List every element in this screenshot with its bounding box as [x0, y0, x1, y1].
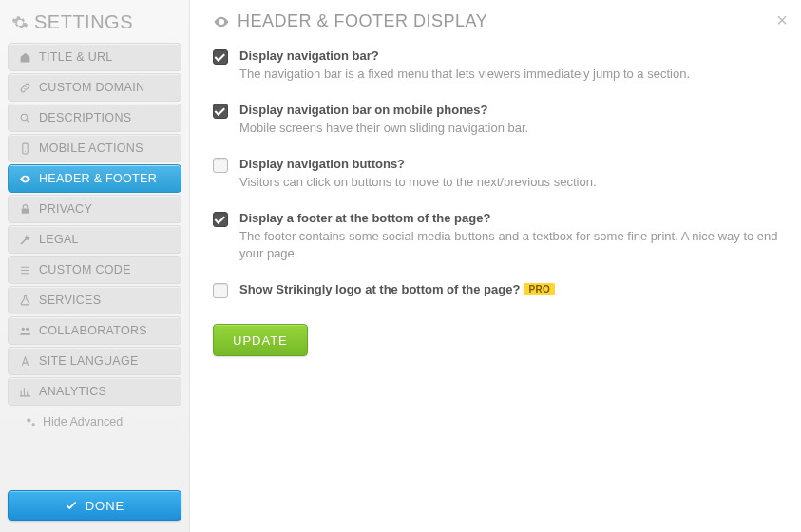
eye-icon	[213, 13, 230, 30]
gear-icon	[11, 14, 29, 31]
sidebar-item-label: MOBILE ACTIONS	[39, 142, 143, 155]
svg-rect-1	[22, 143, 27, 154]
sidebar-item-label: ANALYTICS	[39, 385, 106, 398]
sidebar-item-lock[interactable]: PRIVACY	[8, 195, 181, 223]
users-icon	[18, 324, 31, 337]
sidebar-item-label: LEGAL	[39, 233, 79, 246]
option-title: Display navigation bar on mobile phones?	[239, 103, 778, 117]
page-title: HEADER & FOOTER DISPLAY	[213, 8, 778, 48]
bar-chart-icon	[18, 385, 31, 398]
checkbox[interactable]	[213, 158, 228, 173]
update-button[interactable]: UPDATE	[213, 324, 308, 356]
option-row: Display navigation buttons?Visitors can …	[213, 157, 778, 192]
check-icon	[65, 499, 78, 512]
option-desc: The navigation bar is a fixed menu that …	[239, 66, 778, 84]
sidebar-item-label: DESCRIPTIONS	[39, 111, 131, 124]
sidebar-item-list[interactable]: CUSTOM CODE	[8, 256, 181, 284]
sidebar-item-bar-chart[interactable]: ANALYTICS	[8, 377, 181, 406]
sidebar-item-users[interactable]: COLLABORATORS	[8, 316, 181, 345]
sidebar-item-home[interactable]: TITLE & URL	[8, 43, 181, 71]
option-title: Show Strikingly logo at the bottom of th…	[239, 282, 778, 296]
svg-rect-3	[21, 208, 29, 213]
sidebar-item-label: HEADER & FOOTER	[39, 172, 157, 185]
option-row: Display navigation bar on mobile phones?…	[213, 103, 778, 138]
sidebar-nav: TITLE & URLCUSTOM DOMAINDESCRIPTIONSMOBI…	[8, 43, 181, 406]
sidebar-item-link[interactable]: CUSTOM DOMAIN	[8, 73, 181, 102]
option-title: Display navigation bar?	[239, 48, 778, 63]
sidebar-item-label: SITE LANGUAGE	[39, 354, 139, 368]
link-icon	[18, 81, 31, 94]
sidebar-item-search[interactable]: DESCRIPTIONS	[8, 104, 181, 132]
settings-title: SETTINGS	[8, 8, 181, 43]
pro-badge: PRO	[524, 283, 555, 295]
option-row: Show Strikingly logo at the bottom of th…	[213, 282, 778, 299]
search-icon	[18, 111, 31, 124]
main-panel: × HEADER & FOOTER DISPLAY Display naviga…	[190, 0, 801, 532]
sidebar-item-font[interactable]: SITE LANGUAGE	[8, 347, 181, 375]
svg-point-5	[26, 327, 29, 330]
list-icon	[18, 263, 31, 276]
sidebar-item-flask[interactable]: SERVICES	[8, 286, 181, 314]
option-desc: Visitors can click on buttons to move to…	[239, 174, 778, 192]
option-title: Display a footer at the bottom of the pa…	[239, 211, 778, 225]
eye-icon	[18, 172, 31, 185]
svg-point-6	[27, 418, 30, 422]
font-icon	[18, 354, 31, 368]
flask-icon	[18, 294, 31, 307]
sidebar-item-label: COLLABORATORS	[39, 324, 147, 337]
checkbox[interactable]	[213, 104, 228, 119]
cogs-icon	[25, 416, 37, 428]
option-row: Display a footer at the bottom of the pa…	[213, 211, 778, 264]
close-icon[interactable]: ×	[776, 10, 788, 31]
sidebar-item-wrench[interactable]: LEGAL	[8, 225, 181, 254]
svg-point-4	[21, 327, 24, 330]
option-row: Display navigation bar?The navigation ba…	[213, 48, 778, 84]
sidebar: SETTINGS TITLE & URLCUSTOM DOMAINDESCRIP…	[0, 0, 190, 532]
svg-point-7	[32, 423, 35, 426]
option-desc: Mobile screens have their own sliding na…	[239, 120, 778, 138]
option-title: Display navigation buttons?	[239, 157, 778, 171]
sidebar-item-label: CUSTOM CODE	[39, 263, 131, 276]
sidebar-item-label: PRIVACY	[39, 202, 92, 216]
lock-icon	[18, 202, 31, 216]
page-title-text: HEADER & FOOTER DISPLAY	[238, 11, 487, 31]
home-icon	[18, 50, 31, 64]
phone-icon	[18, 142, 31, 155]
sidebar-item-eye[interactable]: HEADER & FOOTER	[8, 164, 181, 193]
settings-title-text: SETTINGS	[34, 11, 133, 33]
wrench-icon	[18, 233, 31, 246]
checkbox[interactable]	[213, 49, 228, 65]
hide-advanced-label: Hide Advanced	[43, 415, 123, 428]
sidebar-item-label: CUSTOM DOMAIN	[39, 81, 144, 94]
checkbox[interactable]	[213, 212, 228, 227]
hide-advanced-toggle[interactable]: Hide Advanced	[8, 406, 181, 428]
svg-point-2	[24, 151, 25, 152]
sidebar-item-label: SERVICES	[39, 294, 101, 307]
svg-point-0	[21, 114, 28, 121]
update-label: UPDATE	[233, 333, 288, 348]
sidebar-item-label: TITLE & URL	[39, 50, 113, 64]
sidebar-item-phone[interactable]: MOBILE ACTIONS	[8, 134, 181, 162]
done-label: DONE	[86, 499, 125, 513]
done-button[interactable]: DONE	[8, 490, 181, 521]
option-desc: The footer contains some social media bu…	[239, 228, 778, 264]
options-list: Display navigation bar?The navigation ba…	[213, 48, 778, 299]
checkbox[interactable]	[213, 283, 228, 298]
